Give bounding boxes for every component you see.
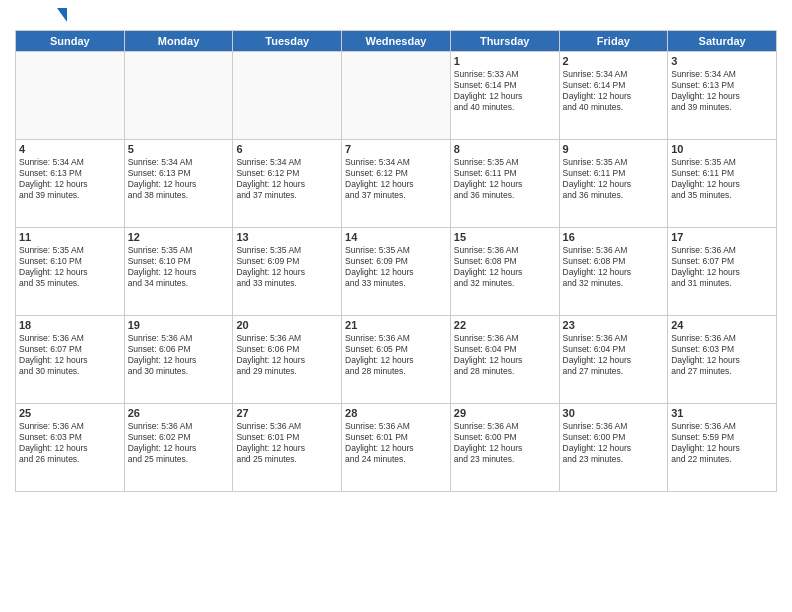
day-number: 26 — [128, 407, 230, 419]
day-info: Sunrise: 5:35 AM Sunset: 6:09 PM Dayligh… — [345, 245, 447, 289]
day-info: Sunrise: 5:33 AM Sunset: 6:14 PM Dayligh… — [454, 69, 556, 113]
calendar-cell-1-3 — [233, 52, 342, 140]
day-number: 10 — [671, 143, 773, 155]
day-info: Sunrise: 5:34 AM Sunset: 6:13 PM Dayligh… — [671, 69, 773, 113]
calendar-table: SundayMondayTuesdayWednesdayThursdayFrid… — [15, 30, 777, 492]
calendar-cell-2-2: 5Sunrise: 5:34 AM Sunset: 6:13 PM Daylig… — [124, 140, 233, 228]
day-info: Sunrise: 5:36 AM Sunset: 6:08 PM Dayligh… — [454, 245, 556, 289]
day-info: Sunrise: 5:34 AM Sunset: 6:12 PM Dayligh… — [236, 157, 338, 201]
day-number: 9 — [563, 143, 665, 155]
calendar-cell-5-6: 30Sunrise: 5:36 AM Sunset: 6:00 PM Dayli… — [559, 404, 668, 492]
day-number: 12 — [128, 231, 230, 243]
day-info: Sunrise: 5:36 AM Sunset: 6:07 PM Dayligh… — [19, 333, 121, 377]
logo — [15, 10, 67, 22]
calendar-cell-3-6: 16Sunrise: 5:36 AM Sunset: 6:08 PM Dayli… — [559, 228, 668, 316]
calendar-cell-5-7: 31Sunrise: 5:36 AM Sunset: 5:59 PM Dayli… — [668, 404, 777, 492]
calendar-cell-3-1: 11Sunrise: 5:35 AM Sunset: 6:10 PM Dayli… — [16, 228, 125, 316]
calendar-cell-1-1 — [16, 52, 125, 140]
day-info: Sunrise: 5:35 AM Sunset: 6:11 PM Dayligh… — [563, 157, 665, 201]
calendar-header-friday: Friday — [559, 31, 668, 52]
day-number: 22 — [454, 319, 556, 331]
day-info: Sunrise: 5:34 AM Sunset: 6:14 PM Dayligh… — [563, 69, 665, 113]
calendar-cell-4-4: 21Sunrise: 5:36 AM Sunset: 6:05 PM Dayli… — [342, 316, 451, 404]
calendar-cell-2-1: 4Sunrise: 5:34 AM Sunset: 6:13 PM Daylig… — [16, 140, 125, 228]
day-info: Sunrise: 5:36 AM Sunset: 6:03 PM Dayligh… — [671, 333, 773, 377]
calendar-week-1: 1Sunrise: 5:33 AM Sunset: 6:14 PM Daylig… — [16, 52, 777, 140]
calendar-cell-4-5: 22Sunrise: 5:36 AM Sunset: 6:04 PM Dayli… — [450, 316, 559, 404]
day-info: Sunrise: 5:36 AM Sunset: 6:08 PM Dayligh… — [563, 245, 665, 289]
day-number: 7 — [345, 143, 447, 155]
calendar-cell-4-2: 19Sunrise: 5:36 AM Sunset: 6:06 PM Dayli… — [124, 316, 233, 404]
calendar-cell-2-7: 10Sunrise: 5:35 AM Sunset: 6:11 PM Dayli… — [668, 140, 777, 228]
day-info: Sunrise: 5:36 AM Sunset: 6:02 PM Dayligh… — [128, 421, 230, 465]
calendar-header-row: SundayMondayTuesdayWednesdayThursdayFrid… — [16, 31, 777, 52]
day-number: 6 — [236, 143, 338, 155]
day-info: Sunrise: 5:36 AM Sunset: 6:05 PM Dayligh… — [345, 333, 447, 377]
calendar-cell-5-4: 28Sunrise: 5:36 AM Sunset: 6:01 PM Dayli… — [342, 404, 451, 492]
day-number: 5 — [128, 143, 230, 155]
day-info: Sunrise: 5:34 AM Sunset: 6:13 PM Dayligh… — [128, 157, 230, 201]
day-number: 11 — [19, 231, 121, 243]
calendar-cell-4-6: 23Sunrise: 5:36 AM Sunset: 6:04 PM Dayli… — [559, 316, 668, 404]
day-info: Sunrise: 5:36 AM Sunset: 5:59 PM Dayligh… — [671, 421, 773, 465]
calendar-cell-3-7: 17Sunrise: 5:36 AM Sunset: 6:07 PM Dayli… — [668, 228, 777, 316]
day-info: Sunrise: 5:36 AM Sunset: 6:01 PM Dayligh… — [236, 421, 338, 465]
calendar-week-5: 25Sunrise: 5:36 AM Sunset: 6:03 PM Dayli… — [16, 404, 777, 492]
calendar-week-2: 4Sunrise: 5:34 AM Sunset: 6:13 PM Daylig… — [16, 140, 777, 228]
day-info: Sunrise: 5:36 AM Sunset: 6:00 PM Dayligh… — [454, 421, 556, 465]
day-info: Sunrise: 5:35 AM Sunset: 6:10 PM Dayligh… — [19, 245, 121, 289]
calendar-header-monday: Monday — [124, 31, 233, 52]
day-number: 2 — [563, 55, 665, 67]
calendar-cell-1-7: 3Sunrise: 5:34 AM Sunset: 6:13 PM Daylig… — [668, 52, 777, 140]
day-number: 3 — [671, 55, 773, 67]
day-number: 18 — [19, 319, 121, 331]
calendar-cell-4-7: 24Sunrise: 5:36 AM Sunset: 6:03 PM Dayli… — [668, 316, 777, 404]
day-number: 23 — [563, 319, 665, 331]
calendar-header-wednesday: Wednesday — [342, 31, 451, 52]
day-info: Sunrise: 5:34 AM Sunset: 6:12 PM Dayligh… — [345, 157, 447, 201]
day-number: 15 — [454, 231, 556, 243]
calendar-cell-2-6: 9Sunrise: 5:35 AM Sunset: 6:11 PM Daylig… — [559, 140, 668, 228]
day-info: Sunrise: 5:36 AM Sunset: 6:04 PM Dayligh… — [563, 333, 665, 377]
day-number: 31 — [671, 407, 773, 419]
day-info: Sunrise: 5:34 AM Sunset: 6:13 PM Dayligh… — [19, 157, 121, 201]
calendar-cell-4-1: 18Sunrise: 5:36 AM Sunset: 6:07 PM Dayli… — [16, 316, 125, 404]
day-number: 29 — [454, 407, 556, 419]
calendar-cell-3-5: 15Sunrise: 5:36 AM Sunset: 6:08 PM Dayli… — [450, 228, 559, 316]
calendar-cell-5-3: 27Sunrise: 5:36 AM Sunset: 6:01 PM Dayli… — [233, 404, 342, 492]
calendar-cell-2-5: 8Sunrise: 5:35 AM Sunset: 6:11 PM Daylig… — [450, 140, 559, 228]
day-info: Sunrise: 5:36 AM Sunset: 6:04 PM Dayligh… — [454, 333, 556, 377]
day-number: 17 — [671, 231, 773, 243]
calendar-week-4: 18Sunrise: 5:36 AM Sunset: 6:07 PM Dayli… — [16, 316, 777, 404]
day-info: Sunrise: 5:36 AM Sunset: 6:06 PM Dayligh… — [128, 333, 230, 377]
day-number: 20 — [236, 319, 338, 331]
logo-triangle-icon — [57, 8, 67, 22]
day-number: 28 — [345, 407, 447, 419]
day-info: Sunrise: 5:35 AM Sunset: 6:10 PM Dayligh… — [128, 245, 230, 289]
calendar-cell-3-3: 13Sunrise: 5:35 AM Sunset: 6:09 PM Dayli… — [233, 228, 342, 316]
day-info: Sunrise: 5:36 AM Sunset: 6:06 PM Dayligh… — [236, 333, 338, 377]
calendar-header-thursday: Thursday — [450, 31, 559, 52]
day-number: 25 — [19, 407, 121, 419]
day-info: Sunrise: 5:35 AM Sunset: 6:11 PM Dayligh… — [454, 157, 556, 201]
calendar-week-3: 11Sunrise: 5:35 AM Sunset: 6:10 PM Dayli… — [16, 228, 777, 316]
calendar-cell-1-2 — [124, 52, 233, 140]
day-number: 19 — [128, 319, 230, 331]
calendar-cell-3-4: 14Sunrise: 5:35 AM Sunset: 6:09 PM Dayli… — [342, 228, 451, 316]
calendar-header-sunday: Sunday — [16, 31, 125, 52]
day-info: Sunrise: 5:36 AM Sunset: 6:01 PM Dayligh… — [345, 421, 447, 465]
calendar-cell-1-6: 2Sunrise: 5:34 AM Sunset: 6:14 PM Daylig… — [559, 52, 668, 140]
calendar-cell-2-3: 6Sunrise: 5:34 AM Sunset: 6:12 PM Daylig… — [233, 140, 342, 228]
day-number: 8 — [454, 143, 556, 155]
calendar-cell-1-5: 1Sunrise: 5:33 AM Sunset: 6:14 PM Daylig… — [450, 52, 559, 140]
calendar-cell-5-2: 26Sunrise: 5:36 AM Sunset: 6:02 PM Dayli… — [124, 404, 233, 492]
day-info: Sunrise: 5:36 AM Sunset: 6:07 PM Dayligh… — [671, 245, 773, 289]
day-number: 16 — [563, 231, 665, 243]
page-header — [15, 10, 777, 22]
day-number: 30 — [563, 407, 665, 419]
calendar-cell-5-1: 25Sunrise: 5:36 AM Sunset: 6:03 PM Dayli… — [16, 404, 125, 492]
day-info: Sunrise: 5:36 AM Sunset: 6:00 PM Dayligh… — [563, 421, 665, 465]
day-number: 27 — [236, 407, 338, 419]
day-number: 4 — [19, 143, 121, 155]
calendar-cell-5-5: 29Sunrise: 5:36 AM Sunset: 6:00 PM Dayli… — [450, 404, 559, 492]
